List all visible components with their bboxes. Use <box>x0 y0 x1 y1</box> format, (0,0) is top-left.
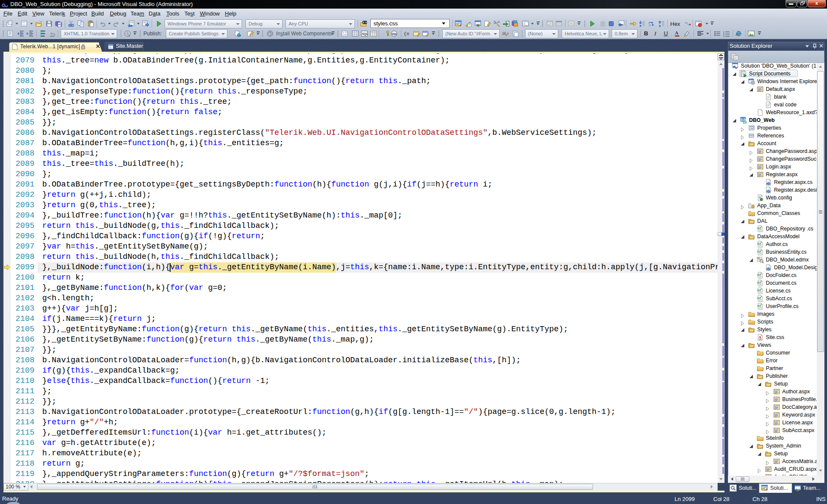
svg-text:>_: >_ <box>523 22 527 26</box>
svg-text:{≡: {≡ <box>404 31 409 37</box>
svg-text:c#: c# <box>743 121 747 124</box>
svg-text:SQL: SQL <box>392 33 398 35</box>
svg-text:c#: c# <box>757 273 761 277</box>
svg-text:c#: c# <box>757 242 761 246</box>
svg-text:c#: c# <box>757 280 761 284</box>
svg-text:3: 3 <box>723 35 724 37</box>
svg-text:c#: c# <box>757 226 761 230</box>
svg-text:c#: c# <box>757 288 761 292</box>
svg-text:c#: c# <box>757 249 761 253</box>
svg-text:c#: c# <box>757 304 761 308</box>
svg-text:SQL: SQL <box>362 32 368 36</box>
svg-text:A: A <box>759 335 762 339</box>
svg-text:at: at <box>502 31 506 36</box>
svg-text:c#: c# <box>757 296 761 300</box>
svg-text:A: A <box>675 30 678 35</box>
